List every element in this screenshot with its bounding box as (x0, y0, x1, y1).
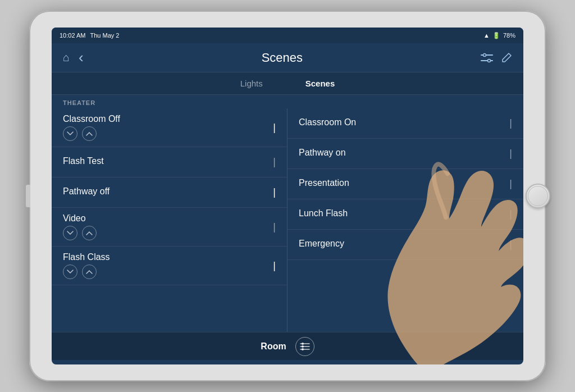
list-item[interactable]: Presentation | (288, 169, 523, 199)
side-button (26, 185, 30, 207)
bottom-bar: Room (52, 332, 523, 360)
svg-point-8 (302, 345, 304, 348)
list-item[interactable]: Flash Test | (52, 147, 287, 177)
scene-name: Pathway on (299, 148, 509, 158)
list-view-button[interactable] (295, 337, 314, 356)
scene-name: Flash Class (63, 252, 273, 262)
back-button[interactable]: ‹ (79, 49, 84, 66)
tab-lights[interactable]: Lights (236, 76, 267, 90)
scene-indicator: | (509, 117, 512, 129)
tab-scenes[interactable]: Scenes (301, 76, 340, 90)
list-item[interactable]: Pathway on | (288, 139, 523, 169)
list-item[interactable]: Emergency | (288, 230, 523, 260)
expand-up-button[interactable] (82, 265, 97, 279)
list-item[interactable]: Lunch Flash | (288, 199, 523, 230)
expand-down-button[interactable] (63, 226, 77, 240)
svg-point-3 (488, 59, 491, 62)
battery-icon: 🔋 (492, 32, 500, 39)
home-button[interactable] (526, 184, 550, 208)
section-header: THEATER (52, 95, 523, 108)
status-date: Thu May 2 (90, 32, 119, 39)
wifi-icon: ▲ (483, 32, 490, 39)
scene-indicator: | (273, 260, 276, 272)
svg-point-7 (302, 343, 304, 345)
status-bar: 10:02 AM Thu May 2 ▲ 🔋 78% (52, 28, 523, 43)
scene-name: Flash Test (63, 156, 273, 166)
svg-point-2 (483, 53, 486, 56)
room-label: Room (261, 341, 286, 352)
expand-down-button[interactable] (63, 126, 77, 141)
svg-point-9 (302, 348, 304, 350)
expand-up-button[interactable] (82, 226, 97, 240)
content-area: Classroom Off | (52, 108, 523, 332)
list-item[interactable]: Classroom Off | (52, 108, 287, 147)
list-item[interactable]: Video | (52, 208, 287, 247)
scene-indicator: | (273, 122, 276, 134)
scene-indicator: | (509, 239, 512, 250)
expand-down-button[interactable] (63, 265, 77, 279)
scene-name: Video (63, 213, 273, 224)
scene-name: Classroom Off (63, 114, 273, 124)
filter-button[interactable] (481, 53, 493, 63)
scene-indicator: | (509, 178, 512, 190)
expand-up-button[interactable] (82, 126, 97, 141)
scene-name: Classroom On (299, 117, 509, 127)
scene-indicator: | (273, 221, 276, 233)
status-time: 10:02 AM (60, 32, 85, 39)
edit-button[interactable] (501, 52, 512, 63)
scene-indicator: | (273, 186, 276, 198)
nav-bar: ⌂ ‹ Scenes (52, 43, 523, 72)
scene-name: Lunch Flash (299, 208, 509, 218)
list-item[interactable]: Pathway off | (52, 177, 287, 208)
list-item[interactable]: Flash Class | (52, 247, 287, 285)
scene-name: Presentation (299, 178, 509, 188)
home-nav-button[interactable]: ⌂ (63, 51, 70, 64)
scene-indicator: | (509, 208, 512, 220)
scene-name: Pathway off (63, 186, 273, 197)
tablet-screen: 10:02 AM Thu May 2 ▲ 🔋 78% ⌂ ‹ Scenes (52, 28, 523, 364)
list-item[interactable]: Classroom On | (288, 108, 523, 139)
tablet-frame: 10:02 AM Thu May 2 ▲ 🔋 78% ⌂ ‹ Scenes (29, 11, 546, 381)
scene-indicator: | (509, 148, 512, 159)
battery-level: 78% (503, 32, 515, 39)
tab-bar: Lights Scenes (52, 72, 523, 95)
scene-indicator: | (273, 156, 276, 168)
page-title: Scenes (84, 51, 481, 65)
left-column: Classroom Off | (52, 108, 288, 332)
scene-name: Emergency (299, 239, 509, 249)
right-column: Classroom On | Pathway on | Presentation (288, 108, 523, 332)
